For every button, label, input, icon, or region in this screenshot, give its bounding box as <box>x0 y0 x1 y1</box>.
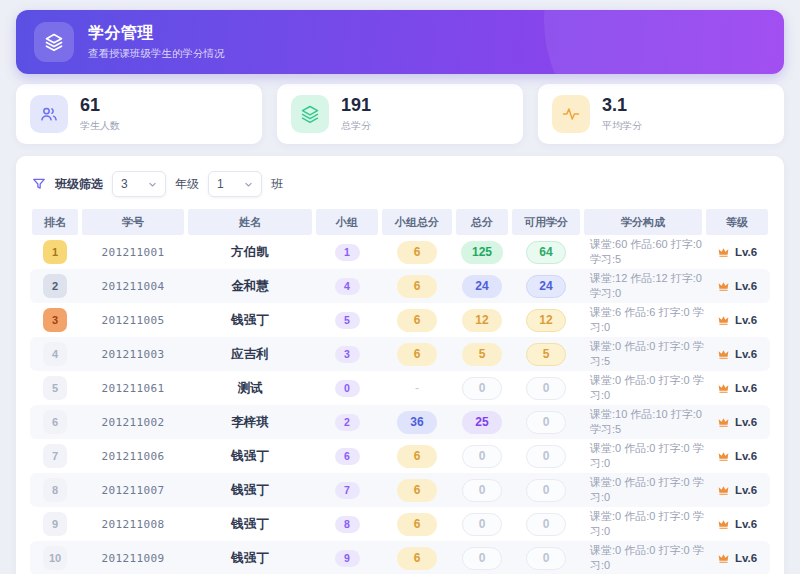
group-score-pill: 6 <box>397 241 437 264</box>
composition-text: 课堂:0 作品:0 打字:0 学习:0 <box>582 509 704 539</box>
level-label: Lv.6 <box>735 416 757 428</box>
total-pill: 24 <box>462 275 502 298</box>
student-id: 201211061 <box>80 382 186 395</box>
level-label: Lv.6 <box>735 518 757 530</box>
table-row: 8 201211007 钱强丁 7 6 0 0 课堂:0 作品:0 打字:0 学… <box>30 473 770 507</box>
total-pill: 5 <box>462 343 502 366</box>
composition-text: 课堂:0 作品:0 打字:0 学习:0 <box>582 475 704 505</box>
col-level: 等级 <box>704 209 770 235</box>
stat-value: 61 <box>80 95 120 116</box>
funnel-icon <box>32 177 46 191</box>
crown-icon <box>717 484 730 497</box>
crown-icon <box>717 552 730 565</box>
crown-icon <box>717 450 730 463</box>
layers-icon <box>34 22 74 62</box>
table-row: 5 201211061 测试 0 - 0 0 课堂:0 作品:0 打字:0 学习… <box>30 371 770 405</box>
col-student-id: 学号 <box>80 209 186 235</box>
level-label: Lv.6 <box>735 552 757 564</box>
available-pill: 24 <box>526 275 566 298</box>
available-pill: 0 <box>526 445 566 468</box>
student-name: 钱强丁 <box>186 482 314 499</box>
student-id: 201211008 <box>80 518 186 531</box>
available-pill: 0 <box>526 479 566 502</box>
student-id: 201211005 <box>80 314 186 327</box>
group-score-pill: 36 <box>397 411 437 434</box>
composition-text: 课堂:6 作品:6 打字:0 学习:0 <box>582 305 704 335</box>
student-id: 201211001 <box>80 246 186 259</box>
total-pill: 0 <box>462 547 502 570</box>
stats-row: 61 学生人数 191 总学分 3.1 平均学分 <box>16 84 784 144</box>
table-body: 1 201211001 方伯凯 1 6 125 64 课堂:60 作品:60 打… <box>30 235 770 574</box>
available-pill: 12 <box>526 309 566 332</box>
stat-text: 191 总学分 <box>341 95 371 133</box>
crown-icon <box>717 518 730 531</box>
col-group-score: 小组总分 <box>380 209 454 235</box>
table-row: 1 201211001 方伯凯 1 6 125 64 课堂:60 作品:60 打… <box>30 235 770 269</box>
grade-select[interactable]: 3 <box>112 171 166 197</box>
activity-icon <box>552 95 590 133</box>
group-badge: 9 <box>335 550 360 567</box>
student-name: 钱强丁 <box>186 516 314 533</box>
level-label: Lv.6 <box>735 348 757 360</box>
class-select[interactable]: 1 <box>208 171 262 197</box>
col-rank: 排名 <box>30 209 80 235</box>
stat-value: 191 <box>341 95 371 116</box>
group-score-pill: 6 <box>397 513 437 536</box>
class-select-value: 1 <box>217 177 224 191</box>
level-label: Lv.6 <box>735 314 757 326</box>
level-label: Lv.6 <box>735 280 757 292</box>
table-header: 排名 学号 姓名 小组 小组总分 总分 可用学分 学分构成 等级 <box>30 209 770 235</box>
group-score-pill: - <box>397 377 437 400</box>
table-row: 4 201211003 应吉利 3 6 5 5 课堂:0 作品:0 打字:0 学… <box>30 337 770 371</box>
col-available: 可用学分 <box>510 209 582 235</box>
crown-icon <box>717 382 730 395</box>
stat-card-average-credits: 3.1 平均学分 <box>538 84 784 144</box>
group-badge: 1 <box>335 244 360 261</box>
col-name: 姓名 <box>186 209 314 235</box>
level-label: Lv.6 <box>735 246 757 258</box>
col-composition: 学分构成 <box>582 209 704 235</box>
total-pill: 0 <box>462 513 502 536</box>
composition-text: 课堂:10 作品:10 打字:0 学习:5 <box>582 407 704 437</box>
student-id: 201211009 <box>80 552 186 565</box>
group-badge: 8 <box>335 516 360 533</box>
available-pill: 5 <box>526 343 566 366</box>
total-pill: 0 <box>462 377 502 400</box>
grade-select-value: 3 <box>121 177 128 191</box>
stat-label: 总学分 <box>341 119 371 133</box>
student-id: 201211004 <box>80 280 186 293</box>
users-icon <box>30 95 68 133</box>
level-label: Lv.6 <box>735 484 757 496</box>
table-row: 10 201211009 钱强丁 9 6 0 0 课堂:0 作品:0 打字:0 … <box>30 541 770 574</box>
student-id: 201211002 <box>80 416 186 429</box>
group-score-pill: 6 <box>397 275 437 298</box>
stat-text: 3.1 平均学分 <box>602 95 642 133</box>
stat-card-students: 61 学生人数 <box>16 84 262 144</box>
level-label: Lv.6 <box>735 382 757 394</box>
student-name: 金和慧 <box>186 278 314 295</box>
total-pill: 0 <box>462 445 502 468</box>
rank-badge: 5 <box>43 376 67 400</box>
filter-bar: 班级筛选 3 年级 1 班 <box>30 166 770 209</box>
table-row: 7 201211006 钱强丁 6 6 0 0 课堂:0 作品:0 打字:0 学… <box>30 439 770 473</box>
group-score-pill: 6 <box>397 445 437 468</box>
chevron-down-icon <box>148 180 157 189</box>
page-banner: 学分管理 查看授课班级学生的学分情况 <box>16 10 784 74</box>
available-pill: 0 <box>526 411 566 434</box>
group-badge: 4 <box>335 278 360 295</box>
group-badge: 3 <box>335 346 360 363</box>
table-row: 2 201211004 金和慧 4 6 24 24 课堂:12 作品:12 打字… <box>30 269 770 303</box>
rank-badge: 8 <box>43 478 67 502</box>
stat-card-total-credits: 191 总学分 <box>277 84 523 144</box>
total-pill: 25 <box>462 411 502 434</box>
group-badge: 2 <box>335 414 360 431</box>
group-badge: 5 <box>335 312 360 329</box>
page-subtitle: 查看授课班级学生的学分情况 <box>88 47 225 61</box>
composition-text: 课堂:0 作品:0 打字:0 学习:5 <box>582 339 704 369</box>
student-name: 钱强丁 <box>186 550 314 567</box>
student-name: 应吉利 <box>186 346 314 363</box>
grade-suffix-label: 年级 <box>175 176 199 193</box>
stat-label: 平均学分 <box>602 119 642 133</box>
rank-badge: 4 <box>43 342 67 366</box>
student-id: 201211006 <box>80 450 186 463</box>
